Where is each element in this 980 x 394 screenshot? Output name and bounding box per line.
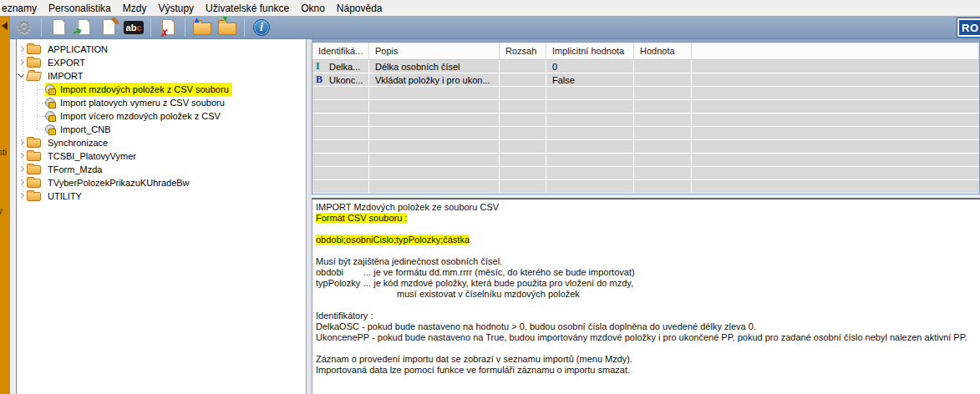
grid-cell bbox=[634, 167, 692, 179]
tree-item-tform-mzda[interactable]: TForm_Mzda bbox=[18, 163, 306, 176]
grid-cell bbox=[634, 60, 692, 73]
edit-record-button[interactable]: ✎ bbox=[98, 18, 119, 38]
function-icon bbox=[45, 124, 55, 134]
selected-highlight: Import mzdových položek z CSV souboru bbox=[45, 83, 232, 96]
leaf-wrap: Import platovych vymeru z CSV souboru bbox=[45, 96, 228, 109]
description-memo: IMPORT Mzdových položek ze souboru CSVFo… bbox=[312, 200, 980, 394]
grid-cell bbox=[634, 127, 692, 139]
grid-empty-row[interactable] bbox=[312, 140, 979, 154]
memo-text: ... je ve formátu dd.mm.rrrr (měsíc, do … bbox=[363, 267, 635, 277]
settings-button[interactable]: ⚙ bbox=[13, 18, 35, 38]
memo-line: Formát CSV souboru : bbox=[316, 213, 980, 224]
tree-item-import[interactable]: IMPORT bbox=[18, 69, 306, 83]
type-letter-icon: I bbox=[316, 60, 329, 73]
grid-cell-text: Ukonc... bbox=[329, 75, 363, 85]
tree-item-application[interactable]: APPLICATION bbox=[18, 43, 306, 56]
grid-empty-row[interactable] bbox=[312, 167, 979, 180]
grid-cell bbox=[634, 180, 692, 193]
grid-column-header[interactable]: Identifiká... bbox=[312, 43, 369, 59]
grid-column-header[interactable]: Popis bbox=[369, 43, 500, 59]
memo-line bbox=[316, 300, 980, 311]
grid-cell-filler bbox=[692, 140, 979, 153]
rename-button[interactable]: abc bbox=[123, 18, 145, 38]
vertical-tab-label-fragment: sti bbox=[0, 148, 7, 157]
grid-data-row[interactable]: IDelka...Délka osobních čísel0 bbox=[312, 60, 979, 73]
menu-item-vystupy[interactable]: Výstupy bbox=[152, 1, 200, 16]
gear-icon: ⚙ bbox=[17, 18, 33, 36]
grid-cell bbox=[369, 100, 500, 113]
red-x-icon: ✗ bbox=[160, 28, 169, 38]
new-record-button[interactable] bbox=[48, 18, 69, 38]
grid-cell bbox=[312, 114, 369, 126]
tree-item-import-mzdovych-polozek-z-csv-souboru[interactable]: Import mzdových položek z CSV souboru bbox=[18, 83, 306, 96]
pencil-icon: ✎ bbox=[111, 16, 120, 27]
tree-item-label: TForm_Mzda bbox=[48, 164, 102, 174]
grid-empty-row[interactable] bbox=[312, 100, 979, 114]
grid-cell bbox=[312, 87, 369, 99]
menu-item-okno[interactable]: Okno bbox=[295, 1, 331, 16]
function-icon bbox=[45, 98, 55, 108]
tree-item-utility[interactable]: UTILITY bbox=[18, 189, 306, 203]
memo-line: DelkaOSC - pokud bude nastaveno na hodno… bbox=[316, 321, 980, 332]
export-folder-button[interactable]: ▲ bbox=[191, 18, 213, 38]
memo-line: IMPORT Mzdových položek ze souboru CSV bbox=[316, 202, 980, 213]
tree-item-label: Import mzdových položek z CSV souboru bbox=[60, 84, 229, 94]
grid-cell: 0 bbox=[546, 60, 634, 73]
tree-item-export[interactable]: EXPORT bbox=[18, 56, 306, 69]
memo-term-label: typPolozky bbox=[316, 278, 363, 289]
collapse-left-arrow-icon[interactable] bbox=[2, 22, 8, 30]
tree-item-import-cnb[interactable]: Import_CNB bbox=[18, 123, 306, 136]
toolbar: ⚙ ➔ ✎ abc ✗ ▲ ▼ bbox=[0, 16, 980, 39]
grid-empty-row[interactable] bbox=[312, 127, 979, 140]
grid-cell-filler bbox=[692, 114, 979, 126]
grid-cell: Vkládat položky i pro ukon... bbox=[369, 73, 500, 86]
docked-panel-strip[interactable]: stiy bbox=[0, 16, 10, 394]
memo-text: IMPORT Mzdových položek ze souboru CSV bbox=[316, 202, 499, 212]
tree-item-tcsbi-platovyvymer[interactable]: TCSBI_PlatovyVymer bbox=[18, 149, 306, 163]
memo-text: ... je kód mzdové položky, která bude po… bbox=[363, 278, 633, 288]
grid-cell: False bbox=[546, 73, 634, 86]
grid-cell bbox=[369, 114, 500, 126]
memo-text: UkoncenePP - pokud bude nastaveno na Tru… bbox=[316, 332, 967, 342]
grid-cell bbox=[500, 73, 546, 86]
tree-child-stub bbox=[37, 129, 46, 130]
menu-item-mzdy[interactable]: Mzdy bbox=[117, 1, 153, 16]
tree-item-import-platovych-vymeru-z-csv-souboru[interactable]: Import platovych vymeru z CSV souboru bbox=[18, 96, 306, 109]
tree-item-import-vicero-mzdovych-polozek-z-csv[interactable]: Import vícero mzdových položek z CSV bbox=[18, 109, 306, 123]
grid-cell bbox=[546, 87, 634, 99]
grid-empty-row[interactable] bbox=[312, 154, 979, 167]
info-icon: i bbox=[253, 19, 270, 36]
menu-item-personalistika[interactable]: Personalistika bbox=[43, 1, 117, 16]
grid-cell-filler bbox=[692, 167, 979, 179]
tree-item-label: APPLICATION bbox=[48, 44, 108, 54]
blue-up-arrow-icon: ▲ bbox=[192, 16, 201, 24]
menu-item-napoveda[interactable]: Nápověda bbox=[331, 1, 388, 16]
info-button[interactable]: i bbox=[251, 18, 272, 38]
folder-icon bbox=[27, 152, 41, 161]
grid-empty-row[interactable] bbox=[312, 87, 979, 100]
grid-cell-text: Vkládat položky i pro ukon... bbox=[375, 75, 490, 85]
grid-empty-row[interactable] bbox=[312, 114, 979, 127]
tree-item-synchronizace[interactable]: Synchronizace bbox=[18, 136, 306, 149]
memo-text: Musí být zajištěna jedinečnost osobních … bbox=[316, 256, 502, 266]
grid-cell-filler bbox=[692, 73, 979, 86]
grid-cell bbox=[546, 114, 634, 126]
menu-item-uzivatelske-funkce[interactable]: Uživatelské funkce bbox=[200, 1, 295, 16]
delete-record-button[interactable]: ✗ bbox=[157, 18, 179, 38]
copy-record-button[interactable]: ➔ bbox=[73, 18, 94, 38]
grid-cell: IDelka... bbox=[312, 60, 369, 73]
tree-item-label: Import vícero mzdových položek z CSV bbox=[60, 111, 221, 121]
left-gap bbox=[10, 39, 17, 394]
grid-column-header[interactable]: Hodnota bbox=[634, 43, 692, 59]
grid-cell: Délka osobních čísel bbox=[369, 60, 500, 73]
tree-item-tvyberpolozekprikazukuhradebw[interactable]: TVyberPolozekPrikazuKUhradeBw bbox=[18, 176, 306, 189]
menu-item-seznamy[interactable]: eznamy bbox=[0, 1, 43, 16]
grid-cell bbox=[369, 87, 500, 99]
tree-child-stub bbox=[37, 103, 46, 104]
grid-data-row[interactable]: BUkonc...Vkládat položky i pro ukon...Fa… bbox=[312, 73, 979, 87]
grid-cell bbox=[369, 180, 500, 193]
grid-column-header[interactable]: Implicitní hodnota bbox=[546, 43, 634, 59]
grid-empty-row[interactable] bbox=[312, 180, 979, 194]
import-folder-button[interactable]: ▼ bbox=[216, 18, 238, 38]
grid-column-header[interactable]: Rozsah bbox=[500, 43, 546, 59]
